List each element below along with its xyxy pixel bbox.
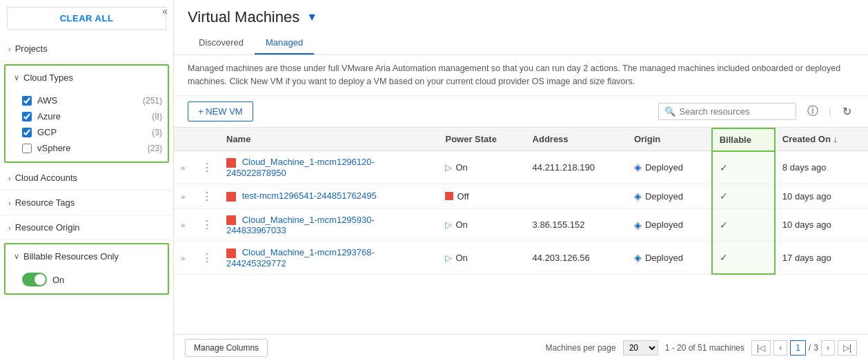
power-on-icon: ▷ (445, 253, 452, 263)
filter-checkbox-azure[interactable] (22, 112, 32, 121)
cloud-accounts-section-header[interactable]: › Cloud Accounts (0, 166, 173, 190)
cloud-types-section: ∨ Cloud Types AWS (251) Azure (8) GCP (3… (4, 64, 169, 163)
row1-vm-link[interactable]: Cloud_Machine_1-mcm1296120-245022878950 (226, 157, 375, 178)
filter-count-azure: (8) (152, 112, 162, 121)
cloud-types-items: AWS (251) Azure (8) GCP (3) vSphere (23) (6, 90, 168, 162)
row3-power-state: ▷ On (445, 219, 518, 230)
info-icon[interactable]: ⓘ (805, 101, 821, 121)
row3-actions[interactable]: ⋮ (195, 208, 219, 242)
cloud-types-chevron-icon: ∨ (14, 73, 19, 82)
tab-managed[interactable]: Managed (255, 32, 314, 55)
row4-vm-link[interactable]: Cloud_Machine_1-mcm1293768-244245329772 (226, 247, 375, 269)
per-page-label: Machines per page (546, 343, 616, 353)
billable-toggle[interactable] (22, 273, 47, 286)
row2-expand[interactable]: » (174, 184, 195, 208)
row1-origin-cell: ◈ Deployed (634, 162, 704, 173)
range-label: 1 - 20 of 51 machines (665, 343, 744, 353)
tab-discovered[interactable]: Discovered (188, 32, 255, 55)
billable-check-icon: ✓ (720, 219, 728, 231)
collapse-sidebar-button[interactable]: « (162, 6, 168, 17)
filter-item-azure[interactable]: Azure (8) (22, 108, 162, 124)
row1-origin-label: Deployed (645, 162, 683, 173)
next-page-button[interactable]: › (821, 340, 835, 355)
filter-count-aws: (251) (143, 96, 162, 106)
filter-item-vsphere[interactable]: vSphere (23) (22, 140, 162, 156)
search-input[interactable] (680, 106, 790, 117)
search-box: 🔍 (658, 103, 796, 120)
total-pages: 3 (813, 343, 818, 353)
billable-toggle-row: On (6, 269, 168, 293)
row4-address: 44.203.126.56 (526, 242, 627, 275)
current-page[interactable]: 1 (790, 340, 806, 355)
resource-origin-chevron-icon: › (8, 224, 11, 232)
row3-vm-link[interactable]: Cloud_Machine_1-mcm1295930-244833967033 (226, 215, 375, 236)
row2-power-state: Off (445, 191, 518, 202)
table-row: » ⋮ Cloud_Machine_1-mcm1296120-245022878… (174, 151, 868, 184)
row1-address: 44.211.218.190 (526, 151, 627, 184)
filter-label-vsphere: vSphere (37, 143, 144, 153)
row2-power: Off (438, 184, 525, 208)
row1-created: 8 days ago (775, 151, 868, 184)
filter-label-gcp: GCP (37, 127, 148, 137)
row4-origin: ◈ Deployed (627, 242, 712, 275)
row2-origin-cell: ◈ Deployed (634, 191, 704, 202)
filter-checkbox-vsphere[interactable] (22, 144, 32, 153)
resource-tags-section-header[interactable]: › Resource Tags (0, 191, 173, 215)
row3-power: ▷ On (438, 208, 525, 242)
cloud-types-section-header[interactable]: ∨ Cloud Types (6, 66, 168, 90)
row1-power: ▷ On (438, 151, 525, 184)
projects-section-header[interactable]: › Projects (0, 37, 173, 61)
row1-origin: ◈ Deployed (627, 151, 712, 184)
clear-all-button[interactable]: CLEAR ALL (7, 7, 166, 30)
row1-expand[interactable]: » (174, 151, 195, 184)
col-expand (174, 128, 195, 151)
row2-billable: ✓ (712, 184, 775, 208)
main-content: Virtual Machines ▼ Discovered Managed Ma… (174, 0, 868, 361)
projects-chevron-icon: › (8, 45, 11, 53)
per-page-select[interactable]: 20 50 100 (623, 340, 658, 355)
table-body: » ⋮ Cloud_Machine_1-mcm1296120-245022878… (174, 151, 868, 275)
row4-origin-cell: ◈ Deployed (634, 252, 704, 263)
row4-expand[interactable]: » (174, 242, 195, 275)
row2-actions[interactable]: ⋮ (195, 184, 219, 208)
row1-billable: ✓ (712, 151, 775, 184)
pagination-info: Machines per page 20 50 100 1 - 20 of 51… (546, 340, 857, 355)
power-on-icon: ▷ (445, 219, 452, 230)
first-page-button[interactable]: |◁ (751, 340, 771, 355)
col-power-state: Power State (438, 128, 525, 151)
power-on-icon: ▷ (445, 162, 452, 173)
cloud-accounts-chevron-icon: › (8, 174, 11, 182)
refresh-icon[interactable]: ↻ (840, 102, 854, 121)
page-header: Virtual Machines ▼ Discovered Managed (174, 0, 868, 55)
table-header: Name Power State Address Origin Billable… (174, 128, 868, 151)
row3-expand[interactable]: » (174, 208, 195, 242)
manage-columns-button[interactable]: Manage Columns (185, 339, 268, 357)
filter-count-vsphere: (23) (148, 144, 162, 153)
table-row: » ⋮ Cloud_Machine_1-mcm1295930-244833967… (174, 208, 868, 242)
filter-item-gcp[interactable]: GCP (3) (22, 124, 162, 140)
row2-vm-link[interactable]: test-mcm1296541-244851762495 (242, 191, 377, 201)
row4-billable: ✓ (712, 242, 775, 275)
filter-checkbox-aws[interactable] (22, 96, 32, 106)
row2-origin: ◈ Deployed (627, 184, 712, 208)
page-title: Virtual Machines (188, 8, 299, 26)
resource-origin-label: Resource Origin (15, 222, 80, 233)
new-vm-button[interactable]: + NEW VM (188, 101, 253, 121)
description-text: Managed machines are those under full VM… (174, 55, 868, 96)
filter-item-aws[interactable]: AWS (251) (22, 92, 162, 108)
filter-count-gcp: (3) (152, 128, 162, 137)
table-container: Name Power State Address Origin Billable… (174, 128, 868, 335)
filter-icon[interactable]: ▼ (306, 11, 317, 23)
filter-checkbox-gcp[interactable] (22, 128, 32, 137)
row4-actions[interactable]: ⋮ (195, 242, 219, 275)
row4-created: 17 days ago (775, 242, 868, 275)
resource-origin-section-header[interactable]: › Resource Origin (0, 215, 173, 240)
prev-page-button[interactable]: ‹ (773, 340, 787, 355)
table-footer: Manage Columns Machines per page 20 50 1… (174, 334, 868, 361)
sidebar: « CLEAR ALL › Projects ∨ Cloud Types AWS… (0, 0, 174, 361)
row1-actions[interactable]: ⋮ (195, 151, 219, 184)
col-name: Name (219, 128, 438, 151)
divider: | (829, 106, 831, 117)
last-page-button[interactable]: ▷| (838, 340, 857, 355)
billable-section-header[interactable]: ∨ Billable Resources Only (6, 244, 168, 269)
